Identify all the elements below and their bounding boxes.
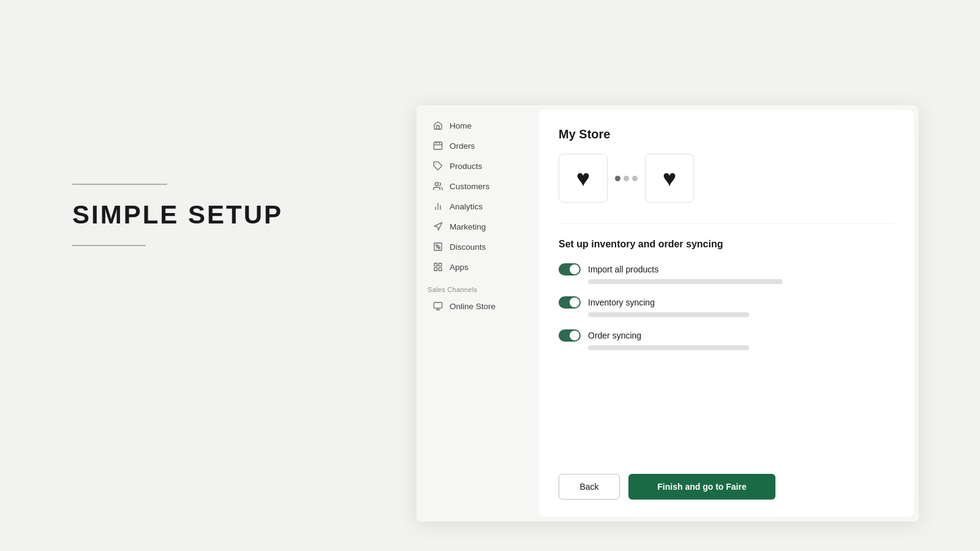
sidebar-item-apps[interactable]: Apps xyxy=(421,257,534,277)
section-divider xyxy=(559,223,894,224)
svg-point-2 xyxy=(435,182,438,186)
main-content: My Store ♥ ♥ Set up inventory and order … xyxy=(539,110,914,517)
svg-rect-14 xyxy=(434,302,442,308)
order-syncing-toggle[interactable] xyxy=(559,329,581,342)
dot-1 xyxy=(615,176,620,181)
dots-connector xyxy=(615,176,638,181)
sidebar-item-online-store-label: Online Store xyxy=(450,302,496,311)
svg-rect-12 xyxy=(434,268,437,271)
inventory-syncing-label: Inventory syncing xyxy=(588,298,655,307)
products-icon xyxy=(432,160,443,171)
heart-icon-left: ♥ xyxy=(576,165,590,192)
dot-2 xyxy=(624,176,629,181)
simple-setup-heading: SIMPLE SETUP xyxy=(72,202,283,228)
sidebar-item-apps-label: Apps xyxy=(450,263,469,272)
sync-item-order: Order syncing xyxy=(559,329,894,350)
sidebar-item-marketing-label: Marketing xyxy=(450,222,486,231)
sidebar-item-analytics-label: Analytics xyxy=(450,202,483,211)
sync-section-title: Set up inventory and order syncing xyxy=(559,239,894,250)
finish-button[interactable]: Finish and go to Faire xyxy=(628,474,775,500)
sidebar-item-products-label: Products xyxy=(450,162,482,171)
sidebar: Home Orders Products Customers Analytics xyxy=(417,105,539,522)
footer-buttons: Back Finish and go to Faire xyxy=(559,455,894,500)
sync-item-order-header: Order syncing xyxy=(559,329,894,342)
sync-item-inventory: Inventory syncing xyxy=(559,296,894,317)
svg-marker-6 xyxy=(434,222,442,230)
svg-point-7 xyxy=(436,245,438,247)
apps-icon xyxy=(432,261,443,272)
dot-3 xyxy=(632,176,638,181)
discounts-icon xyxy=(432,241,443,252)
sync-item-import-products: Import all products xyxy=(559,263,894,284)
orders-icon xyxy=(432,140,443,151)
inventory-syncing-bar xyxy=(588,312,749,317)
sidebar-item-orders[interactable]: Orders xyxy=(421,136,534,156)
sidebar-item-marketing[interactable]: Marketing xyxy=(421,217,534,236)
store-logo-right: ♥ xyxy=(645,154,694,203)
sidebar-item-home[interactable]: Home xyxy=(421,116,534,135)
analytics-icon xyxy=(432,201,443,212)
svg-rect-10 xyxy=(434,263,437,266)
divider-bottom xyxy=(72,245,146,246)
shopify-panel: Home Orders Products Customers Analytics xyxy=(417,105,919,522)
back-button[interactable]: Back xyxy=(559,474,620,500)
sales-channels-label: Sales Channels xyxy=(417,277,539,296)
sidebar-item-customers-label: Customers xyxy=(450,182,489,191)
sidebar-item-discounts-label: Discounts xyxy=(450,242,486,252)
sidebar-item-customers[interactable]: Customers xyxy=(421,176,534,196)
store-title: My Store xyxy=(559,127,894,141)
import-products-label: Import all products xyxy=(588,264,658,274)
customers-icon xyxy=(432,181,443,192)
divider-top xyxy=(72,184,167,185)
inventory-syncing-toggle[interactable] xyxy=(559,296,581,309)
store-preview: ♥ ♥ xyxy=(559,154,894,203)
svg-rect-11 xyxy=(439,263,442,266)
import-products-toggle[interactable] xyxy=(559,263,581,276)
order-syncing-bar xyxy=(588,345,749,350)
sync-item-import-header: Import all products xyxy=(559,263,894,276)
sidebar-item-home-label: Home xyxy=(450,121,472,130)
order-syncing-label: Order syncing xyxy=(588,331,641,340)
sidebar-item-analytics[interactable]: Analytics xyxy=(421,197,534,216)
svg-point-8 xyxy=(439,247,440,249)
heart-icon-right: ♥ xyxy=(663,165,677,192)
sidebar-item-online-store[interactable]: Online Store xyxy=(421,296,534,316)
sidebar-item-discounts[interactable]: Discounts xyxy=(421,237,534,257)
online-store-icon xyxy=(432,301,443,312)
home-icon xyxy=(432,120,443,131)
import-products-bar xyxy=(588,279,783,284)
left-panel: SIMPLE SETUP xyxy=(72,184,283,246)
store-logo-left: ♥ xyxy=(559,154,608,203)
sidebar-item-products[interactable]: Products xyxy=(421,156,534,176)
sidebar-item-orders-label: Orders xyxy=(450,141,475,151)
marketing-icon xyxy=(432,221,443,232)
svg-rect-13 xyxy=(439,268,442,271)
sync-item-inventory-header: Inventory syncing xyxy=(559,296,894,309)
svg-rect-0 xyxy=(434,142,442,149)
